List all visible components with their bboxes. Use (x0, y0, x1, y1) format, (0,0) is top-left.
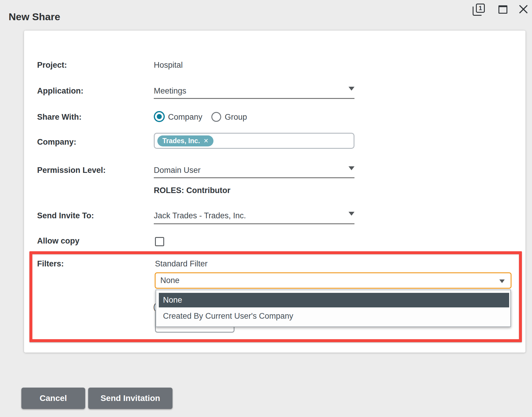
send-invite-to-label: Send Invite To: (37, 211, 94, 220)
roles-text: ROLES: Contributor (154, 186, 230, 195)
standard-filter-dropdown-list: None Created By Current User's Company (156, 290, 511, 327)
allow-copy-label: Allow copy (37, 236, 80, 246)
send-invite-to-select-value[interactable]: Jack Trades - Trades, Inc. (154, 211, 246, 220)
radio-selected-dot (157, 114, 162, 119)
standard-filter-caret-icon (499, 279, 505, 283)
window-count-badge: 1 (476, 4, 485, 13)
permission-level-underline (154, 177, 354, 178)
new-share-dialog: New Share 1 Project: Hospital Applicatio… (0, 0, 532, 417)
dropdown-option-none[interactable]: None (159, 293, 509, 307)
permission-level-caret-icon[interactable] (349, 166, 354, 170)
radio-group-label[interactable]: Group (225, 112, 247, 122)
close-button[interactable] (518, 4, 528, 14)
chip-remove-icon[interactable]: ✕ (204, 137, 209, 144)
project-value: Hospital (154, 60, 183, 70)
application-caret-icon[interactable] (349, 87, 354, 91)
company-label: Company: (37, 137, 76, 147)
project-label: Project: (37, 60, 67, 70)
dropdown-option-created-by[interactable]: Created By Current User's Company (159, 307, 509, 325)
send-invite-caret-icon[interactable] (349, 212, 354, 216)
application-underline (154, 98, 354, 99)
company-chip-text: Trades, Inc. (162, 137, 200, 145)
permission-level-select-value[interactable]: Domain User (154, 165, 201, 175)
radio-group[interactable] (211, 112, 221, 122)
filters-label: Filters: (37, 259, 64, 268)
company-tokens-field[interactable]: Trades, Inc. ✕ (154, 133, 354, 149)
close-icon (518, 4, 528, 14)
send-invitation-button[interactable]: Send Invitation (88, 388, 172, 409)
allow-copy-checkbox[interactable] (155, 237, 164, 246)
standard-filter-selected-value: None (160, 276, 180, 285)
cancel-button[interactable]: Cancel (21, 388, 85, 409)
standard-filter-select[interactable]: None (155, 272, 512, 289)
application-select-value[interactable]: Meetings (154, 86, 186, 96)
send-invite-underline (154, 223, 354, 224)
application-label: Application: (37, 86, 83, 96)
permission-level-label: Permission Level: (37, 165, 106, 175)
share-with-label: Share With: (37, 112, 82, 122)
company-chip: Trades, Inc. ✕ (157, 135, 213, 146)
duplicate-window-button[interactable]: 1 (473, 4, 485, 16)
maximize-button[interactable] (498, 5, 507, 14)
standard-filter-label: Standard Filter (155, 259, 208, 268)
radio-company-label[interactable]: Company (168, 112, 202, 122)
radio-company[interactable] (154, 111, 165, 122)
window-title: New Share (9, 10, 60, 23)
